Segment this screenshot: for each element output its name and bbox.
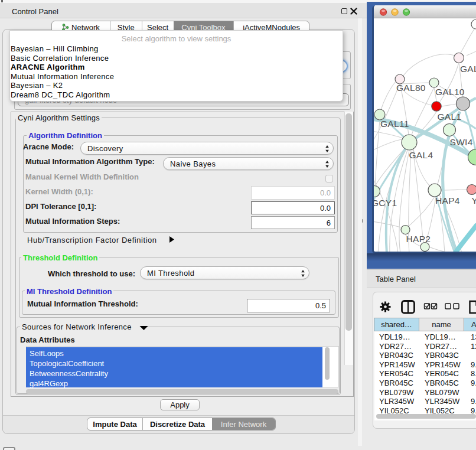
svg-text:HAP2: HAP2 bbox=[406, 234, 431, 244]
svg-text:GCY1: GCY1 bbox=[374, 198, 397, 208]
svg-text:GAL80: GAL80 bbox=[396, 83, 426, 93]
svg-text:GAL4: GAL4 bbox=[409, 150, 433, 160]
svg-text:GAL11: GAL11 bbox=[380, 119, 409, 129]
svg-text:HAP4: HAP4 bbox=[435, 195, 460, 206]
svg-text:SWI4: SWI4 bbox=[450, 137, 473, 147]
svg-text:GAL: GAL bbox=[460, 64, 476, 74]
svg-text:Y: Y bbox=[472, 195, 476, 206]
svg-text:GAL1: GAL1 bbox=[438, 112, 462, 122]
svg-text:GAL10: GAL10 bbox=[435, 87, 465, 97]
